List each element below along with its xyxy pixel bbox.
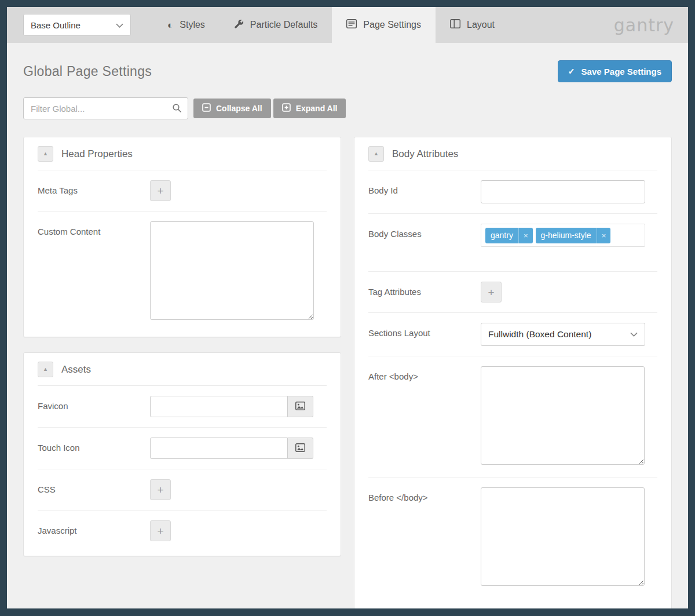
app-frame: Base Outline ◐ Styles Particle Defaults — [0, 0, 695, 616]
field-label: Body Id — [368, 180, 481, 203]
field-label: Sections Layout — [368, 323, 481, 346]
field-after-body: After <body> — [368, 356, 657, 478]
tab-page-settings[interactable]: Page Settings — [332, 7, 436, 43]
touch-icon-input[interactable] — [150, 438, 288, 459]
save-button-label: Save Page Settings — [581, 67, 661, 76]
page-content: Global Page Settings ✓ Save Page Setting… — [7, 43, 688, 608]
settings-columns: ▲ Head Properties Meta Tags + — [23, 137, 672, 608]
plus-icon: + — [157, 484, 163, 495]
field-label: After <body> — [368, 366, 481, 467]
field-before-body: Before </body> — [368, 478, 657, 604]
panel-title: Head Properties — [61, 148, 133, 160]
toolbar-tabs: ◐ Styles Particle Defaults Page Settings — [153, 7, 509, 43]
outline-select[interactable]: Base Outline — [23, 14, 131, 36]
chevron-down-icon — [630, 329, 638, 340]
toolbar: Base Outline ◐ Styles Particle Defaults — [7, 7, 688, 43]
field-label: Touch Icon — [38, 438, 150, 459]
tag-label: gantry — [485, 231, 518, 240]
save-page-settings-button[interactable]: ✓ Save Page Settings — [558, 60, 672, 82]
body-id-input[interactable] — [481, 180, 645, 203]
field-label: Javascript — [38, 520, 150, 541]
left-column: ▲ Head Properties Meta Tags + — [23, 137, 341, 556]
right-column: ▲ Body Attributes Body Id Body Classes — [354, 137, 672, 608]
filter-input-wrap — [23, 97, 188, 119]
field-label: Custom Content — [38, 221, 150, 322]
tab-label: Page Settings — [363, 20, 421, 30]
search-icon — [172, 103, 182, 115]
body-classes-input[interactable]: gantry × g-helium-style × — [481, 224, 645, 247]
custom-content-textarea[interactable] — [150, 221, 314, 320]
caret-up-icon: ▲ — [374, 151, 379, 156]
after-body-textarea[interactable] — [481, 366, 645, 465]
assets-panel: ▲ Assets Favicon — [23, 352, 341, 556]
field-label: Body Classes — [368, 224, 481, 247]
sections-layout-select[interactable]: Fullwidth (Boxed Content) — [481, 323, 645, 346]
collapse-panel-button[interactable]: ▲ — [38, 362, 53, 377]
field-touch-icon: Touch Icon — [38, 428, 327, 469]
sections-layout-value: Fullwidth (Boxed Content) — [488, 329, 591, 340]
field-label: Favicon — [38, 396, 150, 417]
panel-header: ▲ Head Properties — [38, 137, 327, 170]
plus-icon: + — [157, 185, 163, 196]
wrench-icon — [234, 19, 244, 31]
collapse-all-button[interactable]: Collapse All — [193, 99, 271, 118]
field-tag-attributes: Tag Attributes + — [368, 272, 657, 313]
caret-up-icon: ▲ — [43, 367, 48, 372]
field-body-id: Body Id — [368, 170, 657, 214]
tab-label: Styles — [180, 20, 205, 30]
field-label: Before </body> — [368, 487, 481, 588]
add-tag-attribute-button[interactable]: + — [481, 282, 502, 302]
gantry-logo: gantry — [614, 15, 688, 35]
field-custom-content: Custom Content — [38, 212, 327, 332]
panel-title: Body Attributes — [392, 148, 458, 160]
collapse-panel-button[interactable]: ▲ — [38, 146, 53, 162]
add-css-button[interactable]: + — [150, 479, 171, 500]
panel-title: Assets — [61, 364, 91, 376]
tab-layout[interactable]: Layout — [436, 7, 509, 43]
favicon-image-picker-button[interactable] — [288, 396, 313, 417]
remove-tag-icon[interactable]: × — [597, 228, 611, 243]
page-title: Global Page Settings — [23, 64, 152, 79]
tag-g-helium-style: g-helium-style × — [536, 228, 611, 243]
before-body-textarea[interactable] — [481, 487, 645, 586]
touch-icon-image-picker-button[interactable] — [288, 438, 313, 459]
tab-styles[interactable]: ◐ Styles — [153, 7, 220, 43]
plus-icon: + — [157, 526, 163, 537]
head-properties-panel: ▲ Head Properties Meta Tags + — [23, 137, 341, 337]
expand-all-label: Expand All — [296, 104, 338, 113]
add-meta-tag-button[interactable]: + — [150, 180, 171, 201]
add-javascript-button[interactable]: + — [150, 520, 171, 541]
list-alt-icon — [346, 19, 357, 31]
field-javascript: Javascript + — [38, 511, 327, 551]
tag-label: g-helium-style — [536, 231, 597, 240]
layout-grid-icon — [450, 19, 460, 31]
tab-particle-defaults[interactable]: Particle Defaults — [220, 7, 332, 43]
tab-label: Layout — [467, 20, 495, 30]
filter-global-input[interactable] — [23, 97, 188, 119]
filter-bar: Collapse All Expand All — [23, 97, 672, 119]
touch-icon-input-group — [150, 438, 327, 459]
panel-header: ▲ Body Attributes — [368, 137, 657, 170]
collapse-icon — [202, 103, 211, 114]
field-label: Tag Attributes — [368, 282, 481, 302]
field-meta-tags: Meta Tags + — [38, 170, 327, 212]
remove-tag-icon[interactable]: × — [518, 228, 533, 243]
collapse-panel-button[interactable]: ▲ — [368, 146, 384, 162]
field-sections-layout: Sections Layout Fullwidth (Boxed Content… — [368, 313, 657, 356]
contrast-icon: ◐ — [167, 20, 173, 30]
field-body-classes: Body Classes gantry × g-helium-style — [368, 214, 657, 272]
collapse-all-label: Collapse All — [216, 104, 262, 113]
field-css: CSS + — [38, 469, 327, 511]
favicon-input[interactable] — [150, 396, 288, 417]
panel-header: ▲ Assets — [38, 353, 327, 386]
page-header: Global Page Settings ✓ Save Page Setting… — [23, 60, 672, 82]
expand-icon — [282, 103, 291, 114]
field-label: Meta Tags — [38, 180, 150, 201]
expand-all-button[interactable]: Expand All — [273, 99, 346, 118]
body-attributes-panel: ▲ Body Attributes Body Id Body Classes — [354, 137, 672, 608]
caret-up-icon: ▲ — [43, 151, 48, 156]
favicon-input-group — [150, 396, 327, 417]
image-icon — [295, 443, 305, 454]
field-label: CSS — [38, 479, 150, 500]
image-icon — [295, 402, 305, 412]
